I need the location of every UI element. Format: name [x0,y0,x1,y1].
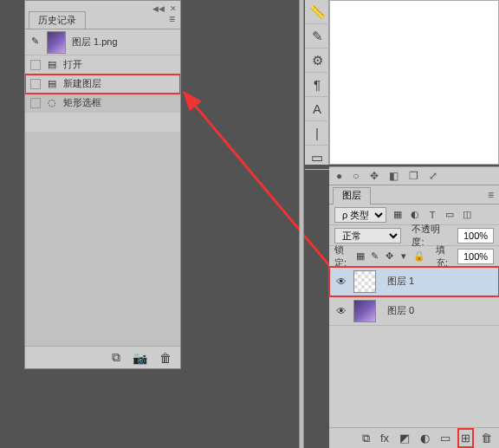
paragraph-icon[interactable]: ¶ [305,73,329,97]
blend-mode-select[interactable]: 正常 [334,228,401,243]
history-tab[interactable]: 历史记录 [29,11,86,29]
overlap-icon[interactable]: ❐ [409,170,418,182]
blend-row: 正常 不透明度: [329,225,499,246]
history-header: ◀◀ ✕ 历史记录 ≡ [25,1,180,25]
filter-shape-icon[interactable]: ▭ [444,209,456,220]
dot-icon[interactable]: ○ [353,170,359,182]
filter-adjust-icon[interactable]: ◐ [409,209,421,220]
layer-mask-icon[interactable]: ◩ [399,432,410,445]
filter-smart-icon[interactable]: ◫ [461,209,473,220]
layer-row-0[interactable]: 👁 图层 0 [329,296,499,326]
layer-thumbnail [353,300,376,322]
filter-kind-select[interactable]: ρ 类型 [334,207,386,223]
lock-all-icon[interactable]: 🔒 [413,250,425,262]
history-footer: ⧉ 📷 🗑 [25,346,180,368]
align-icon[interactable]: | [305,121,329,146]
history-item-label: 矩形选框 [63,96,101,109]
history-item-label: 新建图层 [63,77,101,90]
layers-header: 图层 ≡ [329,185,499,205]
lock-brush-icon[interactable]: ✎ [370,250,379,262]
trash-icon[interactable]: 🗑 [159,351,172,365]
lock-row: 锁定: ▦ ✎ ✥ ▾ 🔒 填充: [329,246,499,267]
marquee-icon: ◌ [46,97,58,109]
history-item-open[interactable]: ▤ 打开 [25,55,180,75]
lock-position-icon[interactable]: ✥ [385,250,394,262]
lock-label: 锁定: [334,243,351,269]
document-icon: ▤ [46,59,58,71]
document-icon: ▤ [46,78,58,90]
mask-icon[interactable]: ◧ [389,170,399,182]
history-step-box [30,98,41,108]
dot-fill-icon[interactable]: ● [336,170,342,182]
history-panel: ◀◀ ✕ 历史记录 ≡ 图层 1.png ▤ 打开 ▤ 新建图层 ◌ 矩形选框 [24,0,181,369]
canvas-area[interactable] [329,0,499,165]
lock-pixels-icon[interactable]: ▦ [356,250,366,262]
new-layer-icon[interactable]: ⊞ [461,432,470,445]
brush-icon[interactable]: ✎ [305,24,329,49]
history-item-new-layer[interactable]: ▤ 新建图层 [25,75,180,94]
trash-icon[interactable]: 🗑 [481,432,492,445]
tool-strip: 📏 ✎ ⚙ ¶ A | ▭ [305,0,329,165]
group-icon[interactable]: ▭ [440,432,450,445]
history-snapshot[interactable]: 图层 1.png [25,29,180,55]
layer-label: 图层 0 [387,304,414,317]
layer-list: 👁 图层 1 👁 图层 0 [329,267,499,427]
close-icon[interactable]: ✕ [170,4,177,13]
filter-type-icon[interactable]: T [426,210,438,220]
visibility-icon[interactable]: 👁 [334,305,348,317]
snapshot-thumbnail [47,31,66,54]
settings-icon[interactable]: ⚙ [305,49,329,73]
history-brush-icon [30,36,42,49]
move-icon[interactable]: ✥ [370,170,379,182]
snapshot-label: 图层 1.png [72,36,118,49]
fill-input[interactable] [457,249,494,264]
link-layers-icon[interactable]: ⧉ [362,432,370,445]
fill-label: 填充: [436,243,452,269]
ruler-icon[interactable]: 📏 [305,0,329,24]
layers-footer: ⧉ fx ◩ ◐ ▭ ⊞ 🗑 [329,427,499,448]
history-item-marquee[interactable]: ◌ 矩形选框 [25,94,180,113]
note-icon[interactable]: ▭ [305,146,329,170]
new-document-icon[interactable]: ⧉ [112,350,120,365]
panel-icon-row: ● ○ ✥ ◧ ❐ ⤢ [329,166,499,185]
visibility-icon[interactable]: 👁 [334,276,348,288]
layer-row-1[interactable]: 👁 图层 1 [329,267,499,296]
camera-icon[interactable]: 📷 [133,351,147,365]
panel-menu-icon[interactable]: ≡ [488,189,494,201]
nav-icon[interactable]: ⤢ [429,170,437,182]
history-step-box [30,79,41,89]
collapse-icon[interactable]: ◀◀ [152,4,165,13]
lock-artboard-icon[interactable]: ▾ [399,250,409,262]
filter-pixel-icon[interactable]: ▦ [392,209,404,220]
type-icon[interactable]: A [305,97,329,121]
layer-thumbnail [353,270,376,293]
adjustment-layer-icon[interactable]: ◐ [420,432,430,445]
panel-menu-icon[interactable]: ≡ [169,13,175,25]
fx-icon[interactable]: fx [380,432,389,445]
layer-label: 图层 1 [387,275,414,288]
opacity-input[interactable] [457,228,494,243]
vertical-divider [299,0,304,448]
layers-panel: 图层 ≡ ρ 类型 ▦ ◐ T ▭ ◫ 正常 不透明度: 锁定: ▦ ✎ ✥ ▾… [329,185,499,448]
layers-tab[interactable]: 图层 [333,187,371,205]
history-item-label: 打开 [63,58,82,71]
history-step-box [30,60,41,70]
